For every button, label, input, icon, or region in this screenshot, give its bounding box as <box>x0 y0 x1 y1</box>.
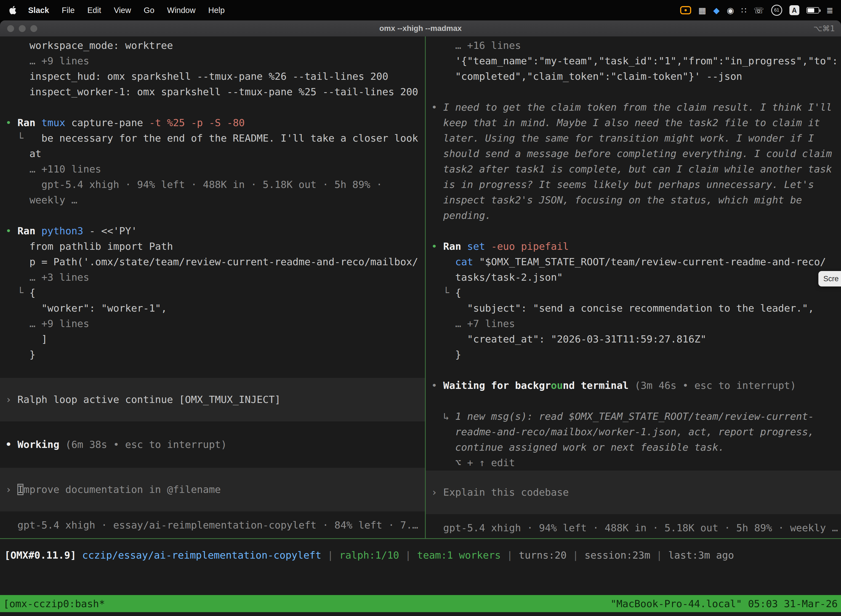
screen-notification-text: Scre <box>823 274 839 283</box>
omx-status-segment: team:1 workers <box>417 550 501 561</box>
minimize-button[interactable] <box>19 25 26 32</box>
text-segment: "created_at": "2026-03-31T11:59:27.816Z" <box>431 333 706 345</box>
text-segment: "$OMX_TEAM_STATE_ROOT/team/review-curren… <box>479 256 826 267</box>
terminal-line: … +110 lines <box>0 161 425 177</box>
zoom-button[interactable] <box>30 25 37 32</box>
menubar: SlackFileEditViewGoWindowHelp ▦◆◉∷☏61A≣ <box>0 0 841 21</box>
menu-window[interactable]: Window <box>161 6 202 15</box>
text-segment: p = Path('.omx/state/team/review-current… <box>6 256 418 267</box>
text-segment: nd terminal <box>563 380 634 391</box>
close-button[interactable] <box>7 25 14 32</box>
left-pane[interactable]: workspace_mode: worktree … +9 lines insp… <box>0 37 425 538</box>
apple-menu[interactable] <box>8 6 22 15</box>
text-segment: Working <box>18 439 65 450</box>
omx-status-segment: turns:20 <box>519 550 567 561</box>
text-segment: -euo pipefail <box>491 241 569 252</box>
terminal-line: "created_at": "2026-03-31T11:59:27.816Z" <box>426 331 841 347</box>
terminal-line: pending. <box>426 208 841 223</box>
control-center-icon[interactable]: ≣ <box>826 6 833 15</box>
battery-percent-badge[interactable]: 61 <box>771 5 782 16</box>
text-segment: └ <box>6 287 29 298</box>
window-titlebar[interactable]: omx --xhigh --madmax ⌥⌘1 <box>0 21 841 37</box>
text-segment: Waiting for backgr <box>443 380 551 391</box>
dots-grid-icon[interactable]: ∷ <box>741 6 746 15</box>
text-segment: ↳ <box>431 411 455 422</box>
text-segment: is in progress? It seems likely but perh… <box>431 179 814 190</box>
screen-notification-clipped[interactable]: Scre <box>818 271 841 286</box>
phone-icon[interactable]: ☏ <box>753 6 764 15</box>
battery-icon[interactable] <box>806 7 819 13</box>
text-segment: … +16 lines <box>431 40 521 51</box>
app-circle-icon[interactable]: ◉ <box>727 6 734 15</box>
terminal-line: • Ran python3 - <<'PY' <box>0 223 425 239</box>
terminal-line: "completed","claim_token":"claim-token"}… <box>426 69 841 84</box>
text-segment: "subject": "send a concise recommendatio… <box>431 302 814 314</box>
text-segment: keep that in mind. Maybe I also need the… <box>431 117 820 128</box>
text-segment: } <box>6 349 35 360</box>
terminal-line <box>0 362 425 378</box>
text-segment: › <box>6 394 18 405</box>
omx-status-segment: | <box>321 550 339 561</box>
menu-help[interactable]: Help <box>202 6 231 15</box>
omx-status-segment: session:23m <box>585 550 650 561</box>
text-segment: gpt-5.4 xhigh · essay/ai-reimplementatio… <box>6 519 418 531</box>
text-segment: • <box>6 439 18 450</box>
text-segment: be necessary for the end of the README. … <box>41 132 418 144</box>
pane-divider-vertical[interactable] <box>425 37 426 538</box>
text-segment: Ran <box>443 241 467 252</box>
terminal-line: inspect task2's JSON, focusing on the st… <box>426 192 841 208</box>
text-segment: mprove documentation in @filename <box>23 484 221 495</box>
terminal-line: is in progress? It seems likely but perh… <box>426 177 841 192</box>
terminal-line: weekly … <box>0 192 425 208</box>
window-shortcut-hint: ⌥⌘1 <box>813 24 841 33</box>
text-segment: (6m 38s • esc to interrupt) <box>65 439 227 450</box>
terminal: workspace_mode: worktree … +9 lines insp… <box>0 37 841 616</box>
text-segment: '{"team_name":"my-team","task_id":"1","f… <box>431 55 838 66</box>
terminal-line: ⌥ + ↑ edit <box>426 455 841 471</box>
terminal-line: "subject": "send a concise recommendatio… <box>426 301 841 316</box>
terminal-line: • Waiting for background terminal (3m 46… <box>426 378 841 393</box>
input-source-icon[interactable]: A <box>790 5 799 15</box>
terminal-line: ↳ 1 new msg(s): read $OMX_TEAM_STATE_ROO… <box>426 409 841 424</box>
apple-icon <box>9 6 17 15</box>
tmux-status-bar: [omx-cczip0:bash* "MacBook-Pro-44.local"… <box>0 595 841 612</box>
prompt-input[interactable]: › Improve documentation in @filename <box>0 468 425 511</box>
right-pane[interactable]: … +16 lines '{"team_name":"my-team","tas… <box>426 37 841 538</box>
text-segment: tasks/task-2.json" <box>431 271 563 283</box>
text-segment: "worker": "worker-1", <box>6 302 167 314</box>
terminal-line: at <box>0 146 425 161</box>
text-segment: should send a message before completing … <box>431 148 832 159</box>
terminal-line: └ { <box>426 285 841 301</box>
pane-status-line: gpt-5.4 xhigh · 94% left · 488K in · 5.1… <box>426 520 841 536</box>
traffic-lights <box>0 25 37 32</box>
text-segment: ] <box>6 333 47 345</box>
terminal-line: readme-and-reco/mailbox/worker-1.json, a… <box>426 424 841 440</box>
pane-divider-horizontal <box>0 538 841 539</box>
terminal-line: … +9 lines <box>0 53 425 69</box>
terminal-line: continue assigned work or next feasible … <box>426 440 841 455</box>
terminal-line: } <box>426 347 841 362</box>
raycast-icon[interactable]: ◆ <box>713 6 719 15</box>
tmux-session-label: [omx-cczip0:bash* <box>3 598 105 609</box>
terminal-line: keep that in mind. Maybe I also need the… <box>426 115 841 131</box>
terminal-line: … +9 lines <box>0 316 425 331</box>
text-segment: └ <box>6 132 41 144</box>
screen-recording-indicator[interactable] <box>680 6 691 14</box>
text-segment: › <box>6 484 18 495</box>
text-segment: • <box>431 101 443 113</box>
text-segment: … +3 lines <box>6 271 89 283</box>
window-tiles-icon[interactable]: ▦ <box>698 6 706 15</box>
prompt-input[interactable]: › Explain this codebase <box>426 471 841 514</box>
menu-file[interactable]: File <box>56 6 81 15</box>
terminal-line <box>426 393 841 409</box>
text-segment: ⌥ + ↑ edit <box>431 457 515 468</box>
terminal-line: later. Using the same for transition mig… <box>426 131 841 146</box>
window-title: omx --xhigh --madmax <box>0 24 841 33</box>
menu-go[interactable]: Go <box>138 6 161 15</box>
menu-slack[interactable]: Slack <box>22 6 56 15</box>
menu-view[interactable]: View <box>108 6 138 15</box>
text-segment: Ran <box>18 117 41 128</box>
terminal-line <box>0 452 425 468</box>
menu-edit[interactable]: Edit <box>81 6 108 15</box>
text-segment: I need to get the claim token from the c… <box>443 101 832 113</box>
